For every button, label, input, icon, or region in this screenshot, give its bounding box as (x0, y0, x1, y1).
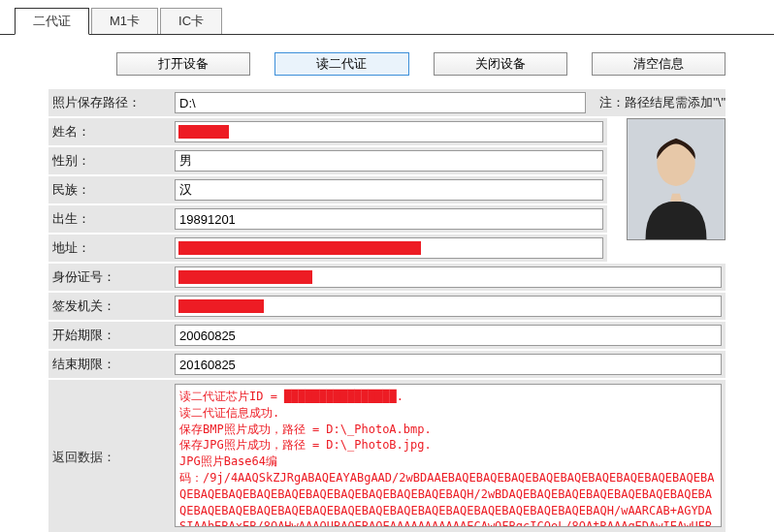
photo-path-input[interactable] (175, 92, 586, 113)
tab-bar: 二代证 M1卡 IC卡 (0, 0, 774, 35)
tab-m1[interactable]: M1卡 (91, 8, 158, 34)
gender-label: 性别： (48, 147, 175, 174)
gender-input[interactable] (175, 150, 603, 172)
end-input[interactable] (175, 354, 722, 375)
log-output[interactable] (175, 384, 722, 527)
end-label: 结束期限： (48, 351, 175, 378)
address-label: 地址： (48, 235, 175, 262)
birth-label: 出生： (48, 205, 175, 233)
close-device-button[interactable]: 关闭设备 (434, 52, 567, 76)
redacted-issuer (178, 299, 264, 313)
log-label: 返回数据： (48, 380, 175, 532)
read-id-button[interactable]: 读二代证 (274, 52, 408, 76)
toolbar: 打开设备 读二代证 关闭设备 清空信息 (48, 52, 726, 76)
birth-input[interactable] (175, 208, 603, 230)
clear-button[interactable]: 清空信息 (592, 52, 726, 76)
tab-id2[interactable]: 二代证 (15, 8, 89, 35)
nation-label: 民族： (48, 176, 175, 203)
tab-ic[interactable]: IC卡 (160, 8, 222, 34)
redacted-name (178, 125, 229, 139)
name-input[interactable] (175, 121, 603, 142)
id-photo (627, 118, 726, 240)
photo-path-note: 注：路径结尾需添加"\" (590, 89, 726, 116)
issuer-label: 签发机关： (48, 293, 175, 320)
photo-placeholder (628, 119, 725, 239)
redacted-address (178, 241, 421, 255)
open-device-button[interactable]: 打开设备 (116, 52, 250, 76)
nation-input[interactable] (175, 179, 603, 201)
redacted-idno (178, 270, 312, 284)
start-input[interactable] (175, 325, 722, 346)
start-label: 开始期限： (48, 322, 175, 349)
idno-label: 身份证号： (48, 264, 175, 291)
name-label: 姓名： (48, 118, 175, 145)
photo-path-label: 照片保存路径： (48, 89, 175, 116)
photo-panel (627, 118, 726, 264)
